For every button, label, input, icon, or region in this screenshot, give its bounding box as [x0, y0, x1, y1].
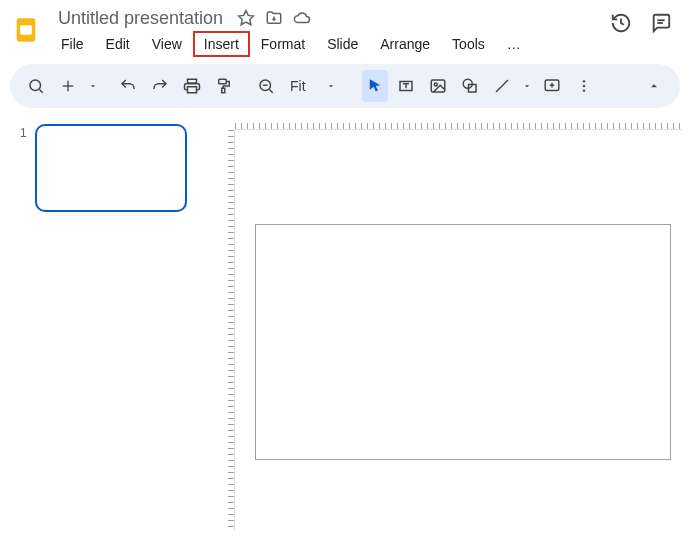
new-slide-dropdown[interactable] [86, 72, 100, 100]
svg-line-21 [496, 80, 508, 92]
collapse-toolbar-button[interactable] [640, 72, 668, 100]
slide-thumbnail-number: 1 [20, 126, 27, 140]
zoom-out-icon[interactable] [252, 72, 280, 100]
svg-point-5 [30, 80, 41, 91]
svg-point-25 [582, 80, 584, 82]
menu-arrange[interactable]: Arrange [369, 31, 441, 57]
svg-line-14 [269, 89, 272, 92]
menu-view[interactable]: View [141, 31, 193, 57]
move-to-folder-icon[interactable] [265, 9, 283, 27]
svg-point-27 [582, 89, 584, 91]
horizontal-ruler [235, 114, 682, 130]
search-menus-icon[interactable] [22, 72, 50, 100]
redo-button[interactable] [146, 72, 174, 100]
menubar: File Edit View Insert Format Slide Arran… [50, 30, 610, 58]
menu-tools[interactable]: Tools [441, 31, 496, 57]
print-button[interactable] [178, 72, 206, 100]
filmstrip: 1 [0, 114, 215, 536]
paint-format-button[interactable] [210, 72, 238, 100]
slide-thumbnail[interactable] [35, 124, 187, 212]
history-icon[interactable] [610, 12, 632, 34]
svg-rect-11 [219, 79, 227, 84]
comments-icon[interactable] [650, 12, 672, 34]
new-slide-button[interactable] [54, 72, 82, 100]
menu-edit[interactable]: Edit [95, 31, 141, 57]
menu-format[interactable]: Format [250, 31, 316, 57]
menu-overflow[interactable]: … [496, 31, 532, 57]
slides-logo[interactable] [8, 12, 44, 48]
slide-canvas[interactable] [255, 224, 671, 460]
svg-rect-10 [188, 87, 197, 93]
toolbar: Fit [10, 64, 680, 108]
svg-point-26 [582, 85, 584, 87]
toolbar-overflow-button[interactable] [570, 72, 598, 100]
svg-rect-9 [188, 79, 197, 83]
svg-point-18 [434, 83, 437, 86]
doc-title[interactable]: Untitled presentation [54, 8, 227, 29]
menu-file[interactable]: File [50, 31, 95, 57]
svg-rect-1 [20, 25, 32, 34]
menu-insert[interactable]: Insert [193, 31, 250, 57]
star-icon[interactable] [237, 9, 255, 27]
zoom-dropdown[interactable] [316, 81, 346, 91]
canvas-area [215, 114, 690, 536]
select-tool[interactable] [362, 70, 388, 102]
undo-button[interactable] [114, 72, 142, 100]
zoom-level-button[interactable]: Fit [284, 72, 312, 100]
line-tool-dropdown[interactable] [520, 72, 534, 100]
svg-rect-12 [222, 88, 225, 93]
vertical-ruler [219, 130, 235, 530]
zoom-level-label: Fit [290, 78, 306, 94]
shape-tool[interactable] [456, 72, 484, 100]
svg-marker-2 [239, 11, 254, 25]
image-tool[interactable] [424, 72, 452, 100]
comment-insert-button[interactable] [538, 72, 566, 100]
svg-rect-17 [431, 80, 445, 92]
line-tool[interactable] [488, 72, 516, 100]
cloud-status-icon[interactable] [293, 9, 311, 27]
textbox-tool[interactable] [392, 72, 420, 100]
svg-line-6 [39, 89, 42, 92]
menu-slide[interactable]: Slide [316, 31, 369, 57]
